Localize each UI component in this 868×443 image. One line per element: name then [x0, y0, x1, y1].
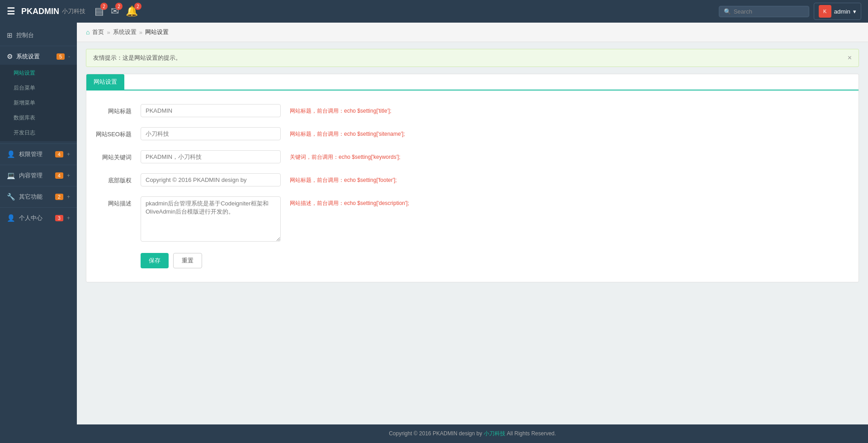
description-textarea[interactable]	[141, 196, 281, 242]
envelope-badge: 2	[115, 3, 123, 10]
add-menu-label: 新增菜单	[14, 99, 35, 107]
site-title-input[interactable]	[141, 104, 281, 117]
input-wrap-seo-title	[141, 127, 281, 140]
breadcrumb: ⌂ 首页 » 系统设置 » 网站设置	[77, 23, 868, 42]
sidebar-sub-item-backend-menu[interactable]: 后台菜单	[0, 81, 77, 95]
sidebar-sub-item-database-table[interactable]: 数据库表	[0, 110, 77, 125]
hint-footer: 网站标题，前台调用：echo $setting['footer'];	[290, 173, 849, 184]
breadcrumb-system-settings-link[interactable]: 系统设置	[113, 28, 137, 36]
system-settings-submenu: 网站设置 后台菜单 新增菜单 数据库表 开发日志	[0, 65, 77, 141]
sidebar: ⊞ 控制台 ⚙ 系统设置 5 - 网站设置 后台菜单 新增菜单 数据库表 开发日…	[0, 23, 77, 443]
divider-2	[0, 143, 77, 144]
content-expand[interactable]: +	[67, 172, 70, 179]
footer-link[interactable]: 小刀科技	[484, 430, 505, 437]
label-keywords: 网站关键词	[95, 150, 132, 162]
alert-close-button[interactable]: ×	[848, 54, 852, 62]
form-group-footer: 底部版权 网站标题，前台调用：echo $setting['footer'];	[95, 173, 849, 186]
label-footer: 底部版权	[95, 173, 132, 185]
permissions-expand[interactable]: +	[67, 151, 70, 157]
personal-expand[interactable]: +	[67, 215, 70, 221]
hint-keywords: 关键词，前台调用：echo $setting['keywords'];	[290, 150, 849, 161]
bell-icon-wrap[interactable]: 🔔 2	[126, 5, 138, 17]
footer-input[interactable]	[141, 173, 281, 186]
chevron-down-icon: ▾	[853, 8, 856, 15]
home-icon: ⌂	[86, 29, 90, 36]
bell-badge: 2	[134, 3, 142, 10]
admin-label: admin	[834, 8, 850, 15]
input-wrap-description	[141, 196, 281, 243]
permissions-icon: 👤	[7, 150, 15, 158]
sidebar-sub-item-add-menu[interactable]: 新增菜单	[0, 95, 77, 110]
divider-5	[0, 207, 77, 208]
form-group-description: 网站描述 网站描述，前台调用：echo $setting['descriptio…	[95, 196, 849, 243]
sidebar-item-permissions[interactable]: 👤 权限管理 4 +	[0, 146, 77, 162]
personal-badge: 3	[55, 215, 63, 221]
keywords-input[interactable]	[141, 150, 281, 163]
brand-sub: 小刀科技	[62, 7, 85, 15]
backend-menu-label: 后台菜单	[14, 84, 35, 92]
input-wrap-site-title	[141, 104, 281, 117]
sidebar-item-content[interactable]: 💻 内容管理 4 +	[0, 167, 77, 184]
search-box[interactable]: 🔍	[719, 6, 809, 17]
personal-icon: 👤	[7, 214, 15, 222]
reset-button[interactable]: 重置	[173, 253, 202, 268]
label-seo-title: 网站SEO标题	[95, 127, 132, 138]
sidebar-label-personal: 个人中心	[19, 214, 52, 222]
messages-icon-wrap[interactable]: ▤ 2	[94, 5, 104, 17]
envelope-icon-wrap[interactable]: ✉ 2	[111, 5, 119, 17]
sidebar-item-system-settings[interactable]: ⚙ 系统设置 5 -	[0, 48, 77, 65]
breadcrumb-current: 网站设置	[145, 28, 169, 36]
sidebar-item-label: 控制台	[16, 31, 70, 39]
hint-seo-title: 网站标题，前台调用：echo $setting['sitename'];	[290, 127, 849, 138]
hint-description: 网站描述，前台调用：echo $setting['description'];	[290, 196, 849, 207]
divider-1	[0, 46, 77, 46]
hint-site-title: 网站标题，前台调用：echo $setting['title'];	[290, 104, 849, 115]
menu-toggle-icon[interactable]: ☰	[7, 6, 15, 17]
input-wrap-keywords	[141, 150, 281, 163]
label-site-title: 网站标题	[95, 104, 132, 115]
input-wrap-footer	[141, 173, 281, 186]
content-tab[interactable]: 网站设置	[86, 74, 124, 90]
messages-badge: 2	[100, 3, 108, 10]
breadcrumb-home-link[interactable]: 首页	[92, 28, 104, 36]
sidebar-sub-item-dev-log[interactable]: 开发日志	[0, 125, 77, 140]
website-settings-label: 网站设置	[14, 69, 35, 77]
sidebar-sub-item-website-settings[interactable]: 网站设置	[0, 66, 77, 81]
search-icon: 🔍	[724, 8, 731, 15]
avatar: K	[819, 5, 831, 18]
form-buttons: 保存 重置	[141, 253, 849, 268]
sidebar-item-personal[interactable]: 👤 个人中心 3 +	[0, 210, 77, 226]
footer: Copyright © 2016 PKADMIN design by 小刀科技 …	[77, 424, 868, 443]
brand-name: PKADMIN	[21, 7, 59, 16]
footer-text-before: Copyright © 2016 PKADMIN design by	[389, 430, 484, 437]
permissions-badge: 4	[55, 151, 63, 157]
form-group-seo-title: 网站SEO标题 网站标题，前台调用：echo $setting['sitenam…	[95, 127, 849, 140]
main-content-body: 友情提示：这是网站设置的提示。 × 网站设置 网站标题 网站标题，前台调用：ec…	[77, 42, 868, 424]
alert-message: 友情提示：这是网站设置的提示。	[93, 54, 181, 62]
form-group-site-title: 网站标题 网站标题，前台调用：echo $setting['title'];	[95, 104, 849, 117]
other-expand[interactable]: +	[67, 194, 70, 200]
form-area: 网站标题 网站标题，前台调用：echo $setting['title']; 网…	[86, 91, 859, 282]
breadcrumb-sep-1: »	[107, 29, 110, 36]
other-badge: 2	[55, 194, 63, 200]
breadcrumb-sep-2: »	[139, 29, 142, 36]
content-header: 网站设置	[86, 74, 859, 91]
dev-log-label: 开发日志	[14, 129, 35, 137]
form-group-keywords: 网站关键词 关键词，前台调用：echo $setting['keywords']…	[95, 150, 849, 163]
admin-button[interactable]: K admin ▾	[814, 3, 861, 20]
sidebar-label-system-settings: 系统设置	[16, 52, 53, 61]
sidebar-item-other[interactable]: 🔧 其它功能 2 +	[0, 189, 77, 205]
sidebar-label-permissions: 权限管理	[19, 150, 52, 158]
seo-title-input[interactable]	[141, 127, 281, 140]
alert-bar: 友情提示：这是网站设置的提示。 ×	[86, 49, 859, 67]
database-table-label: 数据库表	[14, 114, 35, 122]
sidebar-label-other: 其它功能	[19, 193, 52, 201]
system-settings-collapse[interactable]: -	[68, 53, 70, 60]
divider-4	[0, 186, 77, 186]
content-icon: 💻	[7, 171, 15, 180]
search-input[interactable]	[734, 8, 804, 15]
content-area: 网站设置 网站标题 网站标题，前台调用：echo $setting['title…	[86, 74, 859, 282]
main-wrapper: ⌂ 首页 » 系统设置 » 网站设置 友情提示：这是网站设置的提示。 × 网站设…	[77, 23, 868, 443]
save-button[interactable]: 保存	[141, 253, 169, 268]
sidebar-item-dashboard[interactable]: ⊞ 控制台	[0, 27, 77, 43]
